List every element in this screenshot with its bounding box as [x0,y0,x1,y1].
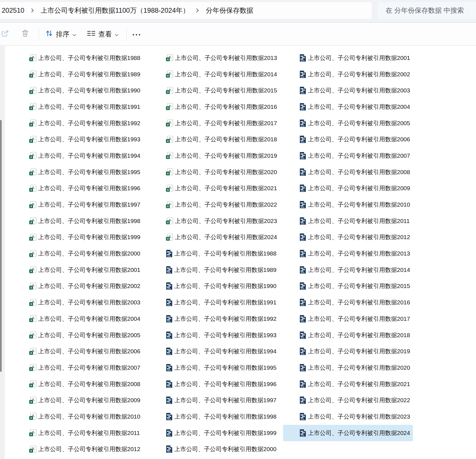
file-item[interactable]: a,x上市公司、子公司专利被引用数据1990 [13,82,143,99]
csv-file-icon: a,x [29,152,36,159]
file-item[interactable]: a,x上市公司、子公司专利被引用数据2016 [149,99,279,115]
file-item[interactable]: a,x上市公司、子公司专利被引用数据2017 [149,115,279,131]
file-item[interactable]: DTA上市公司、子公司专利被引用数据1996 [149,376,279,392]
file-item[interactable]: DTA上市公司、子公司专利被引用数据1998 [149,408,279,425]
file-item[interactable]: a,x上市公司、子公司专利被引用数据2004 [13,311,143,327]
file-item[interactable]: DTA上市公司、子公司专利被引用数据2009 [283,180,413,197]
svg-text:x: x [30,74,32,77]
file-item[interactable]: DTA上市公司、子公司专利被引用数据2007 [283,148,413,164]
sort-button[interactable]: 排序 [45,29,76,39]
file-item[interactable]: DTA上市公司、子公司专利被引用数据1993 [149,327,279,343]
csv-file-icon: a,x [166,70,173,78]
file-item[interactable]: a,x上市公司、子公司专利被引用数据2008 [13,376,143,392]
file-item[interactable]: a,x上市公司、子公司专利被引用数据1994 [13,148,143,164]
file-item[interactable]: DTA上市公司、子公司专利被引用数据2014 [283,262,413,278]
breadcrumb-item-current[interactable]: 分年份保存数据 [206,6,253,15]
file-item[interactable]: a,x上市公司、子公司专利被引用数据2007 [13,360,143,376]
file-item[interactable]: a,x上市公司、子公司专利被引用数据2024 [149,229,279,246]
file-item[interactable]: a,x上市公司、子公司专利被引用数据1989 [13,66,143,83]
file-item[interactable]: DTA上市公司、子公司专利被引用数据2013 [283,245,413,262]
file-item[interactable]: a,x上市公司、子公司专利被引用数据1996 [13,180,143,197]
breadcrumb-item-folder[interactable]: 上市公司专利被引用数据1100万（1988-2024年） [41,6,189,15]
file-item[interactable]: DTA上市公司、子公司专利被引用数据2020 [283,360,413,376]
file-item[interactable]: DTA上市公司、子公司专利被引用数据2021 [283,376,413,392]
file-item[interactable]: DTA上市公司、子公司专利被引用数据2023 [283,408,413,425]
breadcrumb-item-root[interactable]: 202510 [2,7,24,14]
nav-scrollbar[interactable] [0,46,5,459]
file-item[interactable]: DTA上市公司、子公司专利被引用数据1989 [149,262,279,278]
file-item[interactable]: a,x上市公司、子公司专利被引用数据2011 [13,425,143,441]
file-item[interactable]: DTA上市公司、子公司专利被引用数据2004 [283,99,413,115]
file-item[interactable]: DTA上市公司、子公司专利被引用数据1999 [149,425,279,441]
file-item[interactable]: a,x上市公司、子公司专利被引用数据1995 [13,164,143,180]
file-item[interactable]: a,x上市公司、子公司专利被引用数据2012 [13,441,143,458]
file-item[interactable]: DTA上市公司、子公司专利被引用数据1990 [149,278,279,295]
file-item[interactable]: a,x上市公司、子公司专利被引用数据2002 [13,278,143,295]
file-item[interactable]: DTA上市公司、子公司专利被引用数据1994 [149,343,279,360]
svg-text:DTA: DTA [301,92,305,94]
csv-file-icon: a,x [166,87,173,94]
file-item[interactable]: DTA上市公司、子公司专利被引用数据2001 [283,50,413,66]
file-item[interactable]: a,x上市公司、子公司专利被引用数据2010 [13,408,143,425]
file-item[interactable]: a,x上市公司、子公司专利被引用数据2005 [13,327,143,343]
file-item[interactable]: DTA上市公司、子公司专利被引用数据2017 [283,311,413,327]
file-item[interactable]: DTA上市公司、子公司专利被引用数据2006 [283,131,413,148]
share-button[interactable] [1,29,10,40]
file-name: 上市公司、子公司专利被引用数据2020 [308,364,410,372]
file-item[interactable]: a,x上市公司、子公司专利被引用数据2001 [13,262,143,278]
dta-file-icon: DTA [166,429,173,437]
file-item[interactable]: a,x上市公司、子公司专利被引用数据2021 [149,180,279,197]
file-item[interactable]: a,x上市公司、子公司专利被引用数据2023 [149,213,279,229]
dta-file-icon: DTA [299,429,306,437]
file-item[interactable]: DTA上市公司、子公司专利被引用数据2019 [283,343,413,360]
file-item[interactable]: DTA上市公司、子公司专利被引用数据1995 [149,360,279,376]
file-item[interactable]: a,x上市公司、子公司专利被引用数据2015 [149,82,279,99]
file-item[interactable]: a,x上市公司、子公司专利被引用数据2003 [13,294,143,311]
file-item[interactable]: DTA上市公司、子公司专利被引用数据2002 [283,66,413,83]
file-item[interactable]: DTA上市公司、子公司专利被引用数据2003 [283,82,413,99]
file-item[interactable]: DTA上市公司、子公司专利被引用数据2011 [283,213,413,229]
file-item[interactable]: a,x上市公司、子公司专利被引用数据1992 [13,115,143,131]
file-item[interactable]: DTA上市公司、子公司专利被引用数据2016 [283,294,413,311]
file-item[interactable]: DTA上市公司、子公司专利被引用数据2005 [283,115,413,131]
view-label: 查看 [98,30,112,39]
file-item[interactable]: DTA上市公司、子公司专利被引用数据2012 [283,229,413,246]
file-item[interactable]: DTA上市公司、子公司专利被引用数据2018 [283,327,413,343]
delete-button[interactable] [21,29,29,39]
file-item[interactable]: DTA上市公司、子公司专利被引用数据1991 [149,294,279,311]
file-item[interactable]: DTA上市公司、子公司专利被引用数据1992 [149,311,279,327]
file-item[interactable]: a,x上市公司、子公司专利被引用数据1999 [13,229,143,246]
file-item[interactable]: DTA上市公司、子公司专利被引用数据2000 [149,441,279,458]
file-item[interactable]: a,x上市公司、子公司专利被引用数据1988 [13,50,143,66]
file-item[interactable]: a,x上市公司、子公司专利被引用数据2014 [149,66,279,83]
file-item[interactable]: a,x上市公司、子公司专利被引用数据2000 [13,245,143,262]
more-options-button[interactable] [132,30,141,38]
file-name: 上市公司、子公司专利被引用数据2001 [308,54,410,62]
nav-scrollbar-thumb[interactable] [0,120,2,372]
file-item[interactable]: a,x上市公司、子公司专利被引用数据2013 [149,50,279,66]
file-item[interactable]: DTA上市公司、子公司专利被引用数据2024 [283,425,413,441]
search-input[interactable]: 在 分年份保存数据 中搜索 [378,2,476,19]
file-item[interactable]: a,x上市公司、子公司专利被引用数据2020 [149,164,279,180]
file-name: 上市公司、子公司专利被引用数据1991 [38,103,140,111]
svg-text:DTA: DTA [301,272,305,274]
file-item[interactable]: a,x上市公司、子公司专利被引用数据1991 [13,99,143,115]
file-item[interactable]: a,x上市公司、子公司专利被引用数据2009 [13,392,143,408]
view-button[interactable]: 查看 [87,30,119,39]
file-item[interactable]: a,x上市公司、子公司专利被引用数据2022 [149,196,279,213]
file-item[interactable]: a,x上市公司、子公司专利被引用数据1997 [13,196,143,213]
file-item[interactable]: a,x上市公司、子公司专利被引用数据1993 [13,131,143,148]
file-item[interactable]: DTA上市公司、子公司专利被引用数据2010 [283,196,413,213]
file-item[interactable]: DTA上市公司、子公司专利被引用数据2008 [283,164,413,180]
file-item[interactable]: a,x上市公司、子公司专利被引用数据1998 [13,213,143,229]
file-explorer-window: 202510 上市公司专利被引用数据1100万（1988-2024年） 分年份保… [0,0,476,459]
file-item[interactable]: DTA上市公司、子公司专利被引用数据2015 [283,278,413,295]
file-name: 上市公司、子公司专利被引用数据2019 [308,347,410,355]
file-item[interactable]: DTA上市公司、子公司专利被引用数据1997 [149,392,279,408]
file-item[interactable]: DTA上市公司、子公司专利被引用数据1988 [149,245,279,262]
svg-text:DTA: DTA [301,370,305,371]
file-item[interactable]: a,x上市公司、子公司专利被引用数据2018 [149,131,279,148]
file-item[interactable]: a,x上市公司、子公司专利被引用数据2006 [13,343,143,360]
file-item[interactable]: a,x上市公司、子公司专利被引用数据2019 [149,148,279,164]
file-item[interactable]: DTA上市公司、子公司专利被引用数据2022 [283,392,413,408]
